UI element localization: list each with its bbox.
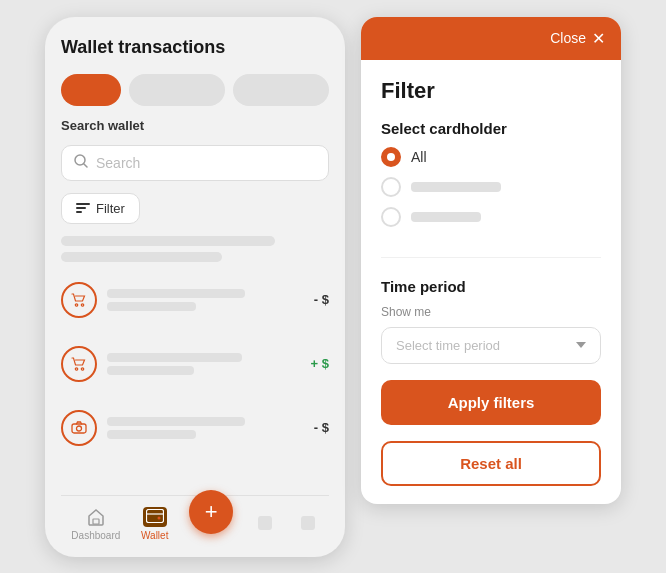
radio-skeleton bbox=[411, 182, 501, 192]
close-button[interactable]: Close ✕ bbox=[550, 29, 605, 48]
filter-icon bbox=[76, 203, 90, 213]
radio-circle-all bbox=[381, 147, 401, 167]
transaction-details bbox=[107, 353, 301, 375]
wallet-screen: Wallet transactions Search wallet Search… bbox=[45, 17, 345, 557]
panel-header: Close ✕ bbox=[361, 17, 621, 60]
tab-row bbox=[61, 74, 329, 106]
tab-all[interactable] bbox=[61, 74, 121, 106]
reset-all-button[interactable]: Reset all bbox=[381, 441, 601, 486]
nav-dashboard[interactable]: Dashboard bbox=[71, 506, 120, 541]
select-placeholder: Select time period bbox=[396, 338, 500, 353]
divider bbox=[381, 257, 601, 258]
skeleton-line bbox=[107, 430, 196, 439]
svg-rect-8 bbox=[93, 519, 99, 524]
filter-button[interactable]: Filter bbox=[61, 193, 140, 224]
svg-point-3 bbox=[81, 303, 83, 305]
fab-label: + bbox=[205, 499, 218, 525]
time-period-label: Time period bbox=[381, 278, 601, 295]
skeleton-line bbox=[107, 366, 194, 375]
skeleton-line bbox=[61, 252, 222, 262]
time-period-select[interactable]: Select time period bbox=[381, 327, 601, 364]
svg-line-1 bbox=[84, 164, 87, 167]
nav-item-4[interactable] bbox=[297, 512, 319, 534]
svg-point-10 bbox=[157, 516, 160, 519]
skeleton-line bbox=[61, 236, 275, 246]
close-icon: ✕ bbox=[592, 29, 605, 48]
person-icon bbox=[297, 512, 319, 534]
radio-circle-2 bbox=[381, 177, 401, 197]
search-box[interactable]: Search bbox=[61, 145, 329, 181]
transaction-amount: - $ bbox=[314, 420, 329, 435]
radio-option-all[interactable]: All bbox=[381, 147, 601, 167]
radio-option-2[interactable] bbox=[381, 177, 601, 197]
skeleton-line bbox=[107, 353, 242, 362]
transaction-details bbox=[107, 417, 304, 439]
radio-option-3[interactable] bbox=[381, 207, 601, 227]
tab-2[interactable] bbox=[129, 74, 225, 106]
transaction-icon bbox=[61, 282, 97, 318]
fab-add-button[interactable]: + bbox=[189, 490, 233, 534]
filter-label: Filter bbox=[96, 201, 125, 216]
svg-point-2 bbox=[75, 303, 77, 305]
radio-label-all: All bbox=[411, 149, 427, 165]
cardholder-section-label: Select cardholder bbox=[381, 120, 601, 137]
filter-title: Filter bbox=[381, 78, 601, 104]
close-label: Close bbox=[550, 30, 586, 46]
search-icon bbox=[74, 154, 88, 172]
skeleton-line bbox=[107, 302, 196, 311]
svg-rect-9 bbox=[146, 509, 163, 522]
chevron-down-icon bbox=[576, 342, 586, 348]
svg-point-5 bbox=[81, 367, 83, 369]
svg-rect-12 bbox=[301, 516, 315, 530]
transaction-item: + $ bbox=[61, 338, 329, 390]
filter-panel: Close ✕ Filter Select cardholder All bbox=[361, 17, 621, 504]
skeleton-line bbox=[107, 417, 245, 426]
svg-point-7 bbox=[77, 426, 82, 431]
cardholder-section: Select cardholder All bbox=[381, 120, 601, 237]
time-period-section: Time period Show me Select time period bbox=[381, 278, 601, 364]
nav-dashboard-label: Dashboard bbox=[71, 530, 120, 541]
search-input[interactable]: Search bbox=[96, 155, 140, 171]
apply-filters-button[interactable]: Apply filters bbox=[381, 380, 601, 425]
transaction-icon bbox=[61, 346, 97, 382]
wallet-icon bbox=[144, 506, 166, 528]
tab-3[interactable] bbox=[233, 74, 329, 106]
svg-point-4 bbox=[75, 367, 77, 369]
radio-circle-3 bbox=[381, 207, 401, 227]
radio-skeleton bbox=[411, 212, 481, 222]
transaction-amount: + $ bbox=[311, 356, 329, 371]
box-icon bbox=[254, 512, 276, 534]
panel-body: Filter Select cardholder All bbox=[361, 60, 621, 504]
nav-wallet[interactable]: Wallet bbox=[141, 506, 168, 541]
transaction-item: - $ bbox=[61, 402, 329, 454]
nav-wallet-label: Wallet bbox=[141, 530, 168, 541]
transaction-details bbox=[107, 289, 304, 311]
skeleton-section bbox=[61, 236, 329, 262]
transaction-icon-camera bbox=[61, 410, 97, 446]
nav-item-3[interactable] bbox=[254, 512, 276, 534]
transaction-item: - $ bbox=[61, 274, 329, 326]
svg-rect-11 bbox=[258, 516, 272, 530]
home-icon bbox=[85, 506, 107, 528]
bottom-nav: Dashboard Wallet + bbox=[61, 495, 329, 541]
page-title: Wallet transactions bbox=[61, 37, 329, 58]
search-label: Search wallet bbox=[61, 118, 329, 133]
show-me-label: Show me bbox=[381, 305, 601, 319]
transaction-amount: - $ bbox=[314, 292, 329, 307]
skeleton-line bbox=[107, 289, 245, 298]
